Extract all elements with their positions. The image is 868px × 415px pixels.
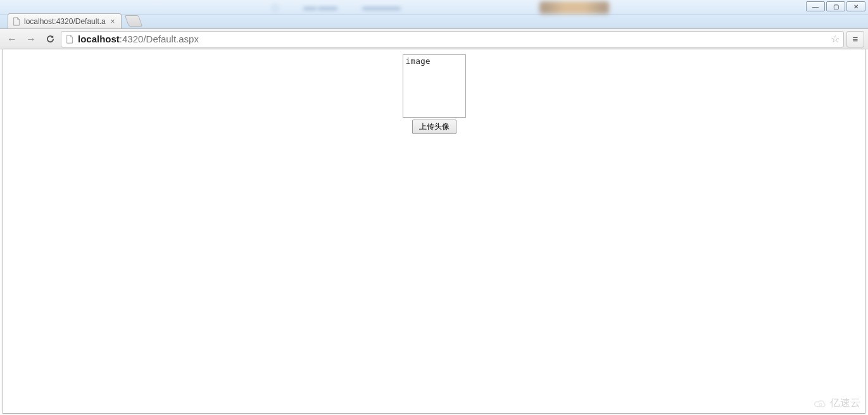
upload-avatar-button[interactable]: 上传头像 (412, 120, 456, 134)
browser-toolbar: ← → localhost:4320/Default.aspx ☆ ≡ (0, 29, 868, 49)
window-maximize-button[interactable]: ▢ (826, 1, 845, 11)
watermark: 亿速云 (814, 397, 860, 410)
page-content: image 上传头像 (3, 49, 865, 134)
window-close-button[interactable]: ✕ (846, 1, 865, 11)
address-bar[interactable]: localhost:4320/Default.aspx ☆ (61, 31, 844, 47)
tab-title: localhost:4320/Default.a (24, 17, 106, 26)
browser-menu-button[interactable]: ≡ (846, 31, 864, 47)
url-path: :4320/Default.aspx (120, 34, 199, 44)
page-icon (65, 35, 74, 44)
watermark-text: 亿速云 (830, 397, 860, 410)
page-viewport: image 上传头像 (3, 49, 865, 414)
cloud-icon (814, 399, 827, 409)
forward-button[interactable]: → (23, 31, 39, 47)
bookmark-star-icon[interactable]: ☆ (831, 33, 840, 45)
reload-button[interactable] (42, 31, 58, 47)
titlebar-background-blur: ◯ ▬▬ ▬▬▬ ▬▬▬▬▬▬ (0, 0, 868, 15)
window-minimize-button[interactable]: — (806, 1, 825, 11)
page-icon (12, 17, 21, 26)
image-placeholder: image (403, 54, 466, 118)
back-button[interactable]: ← (4, 31, 20, 47)
svg-point-0 (819, 403, 822, 406)
reload-icon (46, 34, 55, 44)
browser-tab[interactable]: localhost:4320/Default.a × (8, 13, 122, 28)
new-tab-button[interactable] (125, 15, 143, 27)
window-controls: — ▢ ✕ (805, 1, 865, 11)
tab-close-icon[interactable]: × (108, 17, 117, 26)
window-title-bar: ◯ ▬▬ ▬▬▬ ▬▬▬▬▬▬ — ▢ ✕ (0, 0, 868, 15)
url-host: localhost (78, 34, 120, 44)
